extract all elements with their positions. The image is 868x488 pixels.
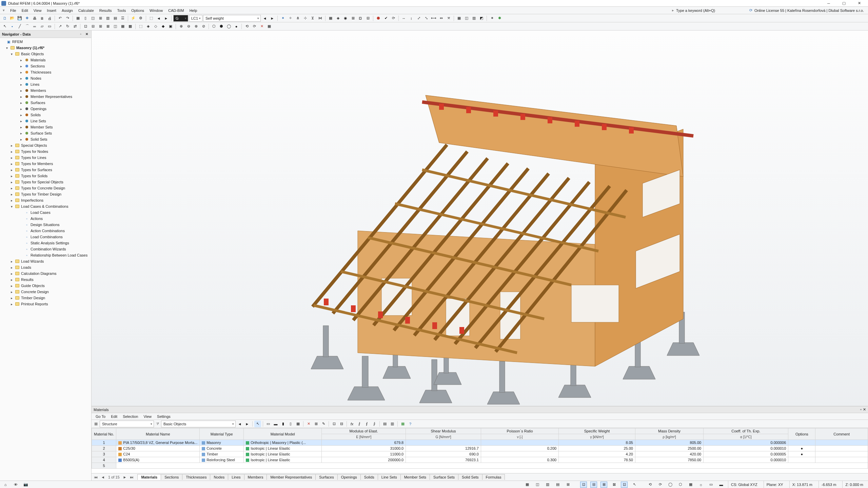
bt3[interactable]: ▮	[280, 421, 287, 427]
sb-snap6[interactable]: ↖	[631, 482, 638, 488]
tree-item[interactable]: ▸Printout Reports	[0, 301, 91, 307]
surface-button[interactable]: ▱	[39, 23, 45, 30]
bt-b[interactable]: ⊟	[338, 421, 345, 427]
tree-item[interactable]: ▫Actions	[0, 216, 91, 222]
menu-insert[interactable]: Insert	[44, 7, 59, 14]
tree-item[interactable]: ▸Timber Design	[0, 295, 91, 301]
sb-v1[interactable]: ▦	[524, 482, 531, 488]
bt-edit[interactable]: ✎	[320, 421, 327, 427]
calc-button[interactable]: ⚡	[130, 15, 137, 22]
tree-item[interactable]: ▸Thicknesses	[0, 69, 91, 75]
col-no[interactable]: Material No.	[92, 428, 116, 440]
sb-v5[interactable]: ⊞	[565, 482, 571, 488]
d20-btn[interactable]: ●	[233, 23, 240, 30]
sb-eye-icon[interactable]: 👁	[12, 482, 19, 488]
col-gamma[interactable]: Specific Weight	[559, 428, 635, 434]
status-plane[interactable]: Plane: XY	[764, 481, 786, 488]
sb-snap4[interactable]: ⊠	[611, 482, 617, 488]
loadcase-name-dropdown[interactable]: Self weight	[203, 15, 261, 22]
col-e[interactable]: Modulus of Elast.	[322, 428, 406, 434]
move-button[interactable]: ↗	[57, 23, 63, 30]
tab-formulas[interactable]: Formulas	[482, 474, 505, 480]
menu-file[interactable]: File	[7, 7, 19, 14]
grid-view-button[interactable]: ▦	[75, 15, 81, 22]
loadcase-code-dropdown[interactable]: LC1	[189, 15, 202, 22]
t7-btn[interactable]: ▦	[327, 15, 334, 22]
d11-btn[interactable]: ◆	[160, 23, 166, 30]
tree-item[interactable]: ▸Member Representatives	[0, 94, 91, 100]
check-button[interactable]: ✔	[382, 15, 389, 22]
tab-nodes[interactable]: Nodes	[210, 474, 228, 480]
print-button[interactable]: 🖶	[31, 15, 38, 22]
tree-lcc[interactable]: Load Cases & Combinations	[21, 204, 68, 208]
bp-view[interactable]: View	[141, 414, 154, 419]
arc-button[interactable]: ⌒	[24, 23, 31, 30]
quad-view-button[interactable]: ⊞	[97, 15, 104, 22]
d7-btn[interactable]: ▩	[127, 23, 134, 30]
lc-next-button[interactable]: ►	[269, 15, 276, 22]
nav-pin-icon[interactable]: ▫	[78, 32, 83, 37]
tab-member representatives[interactable]: Member Representatives	[267, 474, 316, 480]
bp-settings[interactable]: Settings	[154, 414, 173, 419]
panel-pin-icon[interactable]: ▫	[860, 407, 862, 412]
d1-btn[interactable]: ⊡	[82, 23, 89, 30]
sb-o3[interactable]: ◯	[667, 482, 674, 488]
sb-v4[interactable]: ▤	[554, 482, 561, 488]
sb-home-icon[interactable]: ⌂	[2, 482, 9, 488]
close-button[interactable]: ✕	[852, 0, 867, 7]
bt2[interactable]: ▬	[272, 421, 279, 427]
list-button[interactable]: ☰	[119, 15, 126, 22]
col-type[interactable]: Material Type	[200, 428, 244, 440]
line-button[interactable]: ╱	[16, 23, 23, 30]
tree-item[interactable]: ▸Surface Sets	[0, 130, 91, 136]
new-button[interactable]: 🗋	[1, 15, 8, 22]
menu-view[interactable]: View	[31, 7, 44, 14]
menu-window[interactable]: Window	[147, 7, 165, 14]
d16-btn[interactable]: ⊘	[200, 23, 207, 30]
dim-e-button[interactable]: ⤧	[445, 15, 452, 22]
disp-a-button[interactable]: ▦	[456, 15, 462, 22]
tab-surfaces[interactable]: Surfaces	[315, 474, 337, 480]
tree-item[interactable]: ▸Guide Objects	[0, 283, 91, 289]
tree-item[interactable]: ▸Solids	[0, 112, 91, 118]
d4-btn[interactable]: ⊠	[104, 23, 111, 30]
sb-o4[interactable]: ⬡	[677, 482, 684, 488]
dim-h-button[interactable]: ↔	[400, 15, 407, 22]
tab-sections[interactable]: Sections	[161, 474, 182, 480]
d5-btn[interactable]: ◫	[112, 23, 119, 30]
disp-e-button[interactable]: ✶	[489, 15, 495, 22]
sb-o5[interactable]: ▦	[687, 482, 694, 488]
tree-item[interactable]: ▸Lines	[0, 81, 91, 87]
t9-btn[interactable]: ◉	[342, 15, 349, 22]
tab-lines[interactable]: Lines	[228, 474, 244, 480]
tree-item[interactable]: ▫Load Cases	[0, 209, 91, 216]
t2-btn[interactable]: ✧	[287, 15, 294, 22]
d8-btn[interactable]: ⬚	[137, 23, 144, 30]
results-back-button[interactable]: ◄	[155, 15, 162, 22]
table-row[interactable]: 4 B500S(A) Reinforcing Steel Isotropic |…	[92, 457, 868, 463]
tab-members[interactable]: Members	[244, 474, 267, 480]
loadcase-g-dropdown[interactable]: G	[173, 15, 188, 22]
minimize-button[interactable]: ─	[821, 0, 836, 7]
table-row[interactable]: 2 C25/30 Concrete Isotropic | Linear Ela…	[92, 446, 868, 451]
tree-item[interactable]: ▸Calculation Diagrams	[0, 270, 91, 277]
menu-options[interactable]: Options	[129, 7, 147, 14]
menu-help[interactable]: Help	[187, 7, 200, 14]
table-row[interactable]: 5	[92, 463, 868, 469]
col-comment[interactable]: Comment	[815, 428, 868, 440]
d14-btn[interactable]: ⊖	[185, 23, 192, 30]
tree-item[interactable]: ▸Types for Concrete Design	[0, 185, 91, 191]
t11-btn[interactable]: ⛋	[357, 15, 364, 22]
menu-tools[interactable]: Tools	[114, 7, 129, 14]
tree-model[interactable]: Masonry (1).rf6*	[16, 46, 44, 50]
sb-camera-icon[interactable]: 📷	[22, 482, 29, 488]
bt-f2[interactable]: ⨐	[363, 421, 370, 427]
dual-view-button[interactable]: ◫	[90, 15, 96, 22]
tab-line sets[interactable]: Line Sets	[378, 474, 401, 480]
filter-dropdown[interactable]: Basic Objects	[161, 421, 236, 427]
col-name[interactable]: Material Name	[116, 428, 200, 440]
tab-solid sets[interactable]: Solid Sets	[458, 474, 482, 480]
sb-o2[interactable]: ⟳	[657, 482, 664, 488]
tree-item[interactable]: ▸Sections	[0, 63, 91, 69]
bt4[interactable]: ▯	[287, 421, 294, 427]
